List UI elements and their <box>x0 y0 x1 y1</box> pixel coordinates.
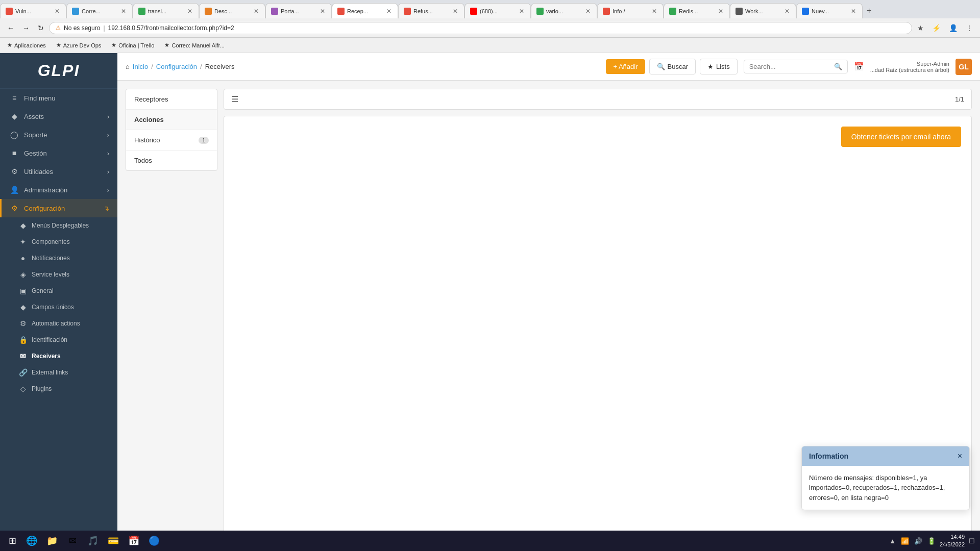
browser-tab-corre[interactable]: Corre... ✕ <box>66 3 133 18</box>
sidebar-item-receivers[interactable]: ✉ Receivers <box>0 348 117 364</box>
side-nav-historico[interactable]: Histórico 1 <box>126 130 217 151</box>
sidebar-item-identificacion[interactable]: 🔒 Identificación <box>0 332 117 348</box>
bookmark-item[interactable]: ★Correo: Manuel Alfr... <box>161 41 227 49</box>
browser-tab-vario[interactable]: vario... ✕ <box>531 3 597 18</box>
sidebar-item-find-menu[interactable]: ≡ Find menu <box>0 89 117 107</box>
taskbar-edge-icon[interactable]: 🌐 <box>22 532 41 550</box>
sidebar-item-menus-desplegables[interactable]: ◆ Menús Desplegables <box>0 217 117 234</box>
sidebar-item-plugins[interactable]: ◇ Plugins <box>0 381 117 397</box>
get-email-tickets-button[interactable]: Obtener tickets por email ahora <box>841 127 961 147</box>
taskbar-tray: ▲ 📶 🔊 🔋 14:49 24/5/2022 ☐ <box>888 533 976 549</box>
sidebar-item-utilidades[interactable]: ⚙ Utilidades › <box>0 162 117 181</box>
search-input[interactable] <box>749 63 831 70</box>
sidebar-item-label: Assets <box>24 113 44 120</box>
sidebar-item-configuracion[interactable]: ⚙ Configuración ↴ <box>0 199 117 217</box>
tab-close-icon[interactable]: ✕ <box>850 8 857 15</box>
taskbar-clock[interactable]: 14:49 24/5/2022 <box>940 533 965 549</box>
tab-favicon <box>138 8 145 15</box>
calendar-button[interactable]: 📅 <box>854 62 864 71</box>
sidebar-item-general[interactable]: ▣ General <box>0 283 117 299</box>
browser-tab-info[interactable]: Info / ✕ <box>597 3 664 18</box>
forward-button[interactable]: → <box>19 22 33 34</box>
taskbar-music-icon[interactable]: 🎵 <box>84 532 102 550</box>
side-nav-receptores[interactable]: Receptores <box>126 89 217 110</box>
taskbar-calendar-icon[interactable]: 📅 <box>125 532 143 550</box>
sidebar-item-external-links[interactable]: 🔗 External links <box>0 364 117 381</box>
notification-icon[interactable]: ☐ <box>968 536 976 546</box>
sidebar-item-assets[interactable]: ◆ Assets › <box>0 107 117 126</box>
campos-icon: ◆ <box>18 303 28 311</box>
tab-close-icon[interactable]: ✕ <box>651 8 658 15</box>
tab-close-icon[interactable]: ✕ <box>584 8 592 15</box>
start-button[interactable]: ⊞ <box>4 533 20 549</box>
battery-icon[interactable]: 🔋 <box>926 536 937 546</box>
tab-title: Corre... <box>82 8 117 14</box>
tab-close-icon[interactable]: ✕ <box>54 8 61 15</box>
tab-close-icon[interactable]: ✕ <box>518 8 525 15</box>
sidebar-item-campos-unicos[interactable]: ◆ Campos únicos <box>0 299 117 315</box>
breadcrumb-current: Receivers <box>205 63 235 70</box>
browser-tab-work[interactable]: Work... ✕ <box>730 3 796 18</box>
browser-tab-vuln[interactable]: Vuln... ✕ <box>0 3 66 18</box>
tab-close-icon[interactable]: ✕ <box>186 8 193 15</box>
list-icon[interactable]: ☰ <box>231 94 238 104</box>
star-button[interactable]: ★ <box>914 22 927 34</box>
sidebar-item-gestion[interactable]: ■ Gestión › <box>0 144 117 162</box>
breadcrumb-config[interactable]: Configuración <box>156 63 197 70</box>
add-button[interactable]: + Añadir <box>606 59 645 74</box>
new-tab-button[interactable]: + <box>863 6 875 15</box>
sidebar-item-automatic-actions[interactable]: ⚙ Automatic actions <box>0 315 117 332</box>
browser-tab-refus[interactable]: Refus... ✕ <box>398 3 464 18</box>
tab-title: transl... <box>148 8 184 14</box>
extensions-button[interactable]: ⚡ <box>929 22 944 34</box>
sidebar-item-componentes[interactable]: ✦ Componentes <box>0 234 117 250</box>
lists-button[interactable]: ★ Lists <box>700 59 738 74</box>
windows-icon: ⊞ <box>9 535 16 546</box>
address-bar[interactable]: ⚠ No es seguro | 192.168.0.57/front/mail… <box>49 22 912 34</box>
profile-button[interactable]: 👤 <box>946 22 961 34</box>
tab-close-icon[interactable]: ✕ <box>253 8 260 15</box>
refresh-button[interactable]: ↻ <box>35 22 47 34</box>
sidebar-item-notificaciones[interactable]: ● Notificaciones <box>0 250 117 266</box>
side-nav-label: Receptores <box>134 95 168 103</box>
browser-tab-recep[interactable]: Recep... ✕ <box>332 3 398 18</box>
side-nav-todos[interactable]: Todos <box>126 151 217 170</box>
taskbar-files-icon[interactable]: 📁 <box>43 532 61 550</box>
breadcrumb-home[interactable]: Inicio <box>133 63 148 70</box>
menu-button[interactable]: ⋮ <box>963 22 976 34</box>
tab-close-icon[interactable]: ✕ <box>319 8 326 15</box>
sidebar-item-service-levels[interactable]: ◈ Service levels <box>0 266 117 283</box>
bookmark-item[interactable]: ★Azure Dev Ops <box>53 41 105 49</box>
tab-close-icon[interactable]: ✕ <box>120 8 127 15</box>
taskbar-chrome-icon[interactable]: 🔵 <box>145 532 163 550</box>
back-button[interactable]: ← <box>4 22 17 34</box>
browser-tab-transl[interactable]: transl... ✕ <box>133 3 199 18</box>
sidebar-item-administracion[interactable]: 👤 Administración › <box>0 181 117 199</box>
search-button[interactable]: 🔍 Buscar <box>649 59 696 74</box>
browser-tab-desc[interactable]: Desc... ✕ <box>199 3 265 18</box>
browser-tab-porta[interactable]: Porta... ✕ <box>265 3 332 18</box>
user-avatar[interactable]: GL <box>955 59 972 75</box>
bookmark-item[interactable]: ★Oficina | Trello <box>108 41 157 49</box>
tab-close-icon[interactable]: ✕ <box>452 8 459 15</box>
sound-icon[interactable]: 🔊 <box>913 536 923 546</box>
browser-tab-680[interactable]: (680)... ✕ <box>464 3 531 18</box>
sidebar-item-soporte[interactable]: ◯ Soporte › <box>0 126 117 144</box>
tab-close-icon[interactable]: ✕ <box>717 8 724 15</box>
side-nav-acciones[interactable]: Acciones <box>126 110 217 130</box>
tab-close-icon[interactable]: ✕ <box>783 8 791 15</box>
address-separator: | <box>103 24 105 32</box>
info-popup: Information × Número de mensajes: dispon… <box>801 446 970 511</box>
bookmark-item[interactable]: ★Aplicaciones <box>4 41 49 49</box>
tab-close-icon[interactable]: ✕ <box>385 8 393 15</box>
taskbar-mail-icon[interactable]: ✉ <box>63 532 82 550</box>
breadcrumb-sep-2: / <box>200 63 202 70</box>
star-icon: ★ <box>707 63 714 70</box>
info-popup-close-button[interactable]: × <box>958 452 962 461</box>
chevron-down-icon: › <box>107 149 109 157</box>
browser-tab-redis[interactable]: Redis... ✕ <box>664 3 730 18</box>
browser-tab-nuev[interactable]: Nuev... ✕ <box>796 3 863 18</box>
taskbar-payment-icon[interactable]: 💳 <box>104 532 122 550</box>
network-icon[interactable]: 📶 <box>900 536 910 546</box>
tray-chevron-icon[interactable]: ▲ <box>888 536 897 546</box>
